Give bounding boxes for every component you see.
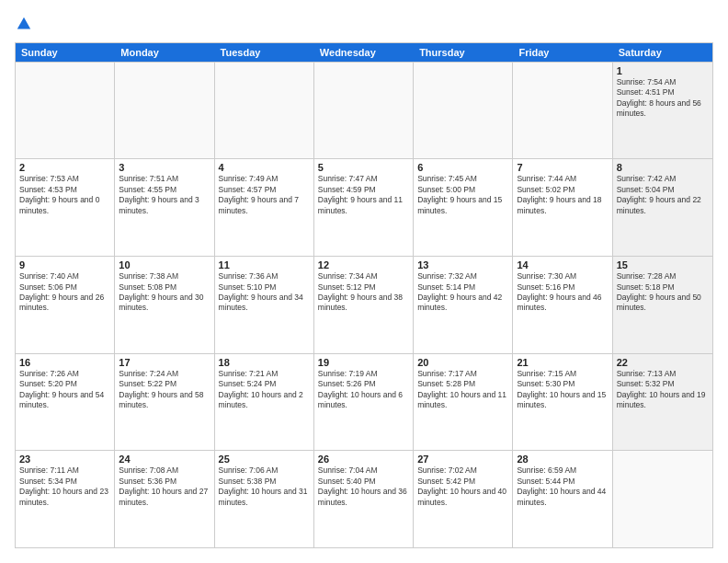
day-number: 24 bbox=[119, 454, 210, 465]
day-number: 28 bbox=[517, 454, 608, 465]
day-number: 21 bbox=[517, 357, 608, 368]
calendar-row-4: 23Sunrise: 7:11 AM Sunset: 5:34 PM Dayli… bbox=[16, 450, 712, 547]
calendar-cell-2-6: 15Sunrise: 7:28 AM Sunset: 5:18 PM Dayli… bbox=[613, 257, 712, 353]
calendar-cell-4-3: 26Sunrise: 7:04 AM Sunset: 5:40 PM Dayli… bbox=[314, 451, 414, 547]
day-number: 12 bbox=[318, 259, 409, 270]
calendar-cell-4-0: 23Sunrise: 7:11 AM Sunset: 5:34 PM Dayli… bbox=[16, 451, 115, 547]
header-cell-wednesday: Wednesday bbox=[314, 43, 414, 62]
calendar-row-1: 2Sunrise: 7:53 AM Sunset: 4:53 PM Daylig… bbox=[16, 158, 712, 256]
day-info: Sunrise: 7:26 AM Sunset: 5:20 PM Dayligh… bbox=[19, 369, 110, 411]
day-number: 3 bbox=[119, 162, 210, 173]
day-number: 16 bbox=[19, 357, 110, 368]
day-number: 10 bbox=[119, 259, 210, 270]
day-info: Sunrise: 7:13 AM Sunset: 5:32 PM Dayligh… bbox=[617, 369, 709, 411]
header-cell-thursday: Thursday bbox=[414, 43, 513, 62]
day-info: Sunrise: 7:44 AM Sunset: 5:02 PM Dayligh… bbox=[517, 174, 608, 216]
calendar-cell-2-2: 11Sunrise: 7:36 AM Sunset: 5:10 PM Dayli… bbox=[215, 257, 314, 353]
calendar-cell-0-3 bbox=[314, 63, 414, 159]
day-info: Sunrise: 7:51 AM Sunset: 4:55 PM Dayligh… bbox=[119, 174, 210, 216]
calendar-header: SundayMondayTuesdayWednesdayThursdayFrid… bbox=[16, 43, 712, 62]
day-info: Sunrise: 6:59 AM Sunset: 5:44 PM Dayligh… bbox=[517, 465, 608, 508]
day-info: Sunrise: 7:28 AM Sunset: 5:18 PM Dayligh… bbox=[617, 271, 709, 314]
header-cell-friday: Friday bbox=[513, 43, 612, 62]
day-info: Sunrise: 7:11 AM Sunset: 5:34 PM Dayligh… bbox=[19, 465, 110, 508]
header bbox=[15, 15, 713, 33]
calendar-cell-2-1: 10Sunrise: 7:38 AM Sunset: 5:08 PM Dayli… bbox=[115, 257, 214, 353]
calendar-cell-0-1 bbox=[115, 63, 214, 159]
calendar-cell-2-5: 14Sunrise: 7:30 AM Sunset: 5:16 PM Dayli… bbox=[513, 257, 612, 353]
day-info: Sunrise: 7:54 AM Sunset: 4:51 PM Dayligh… bbox=[617, 77, 709, 120]
calendar-cell-1-5: 7Sunrise: 7:44 AM Sunset: 5:02 PM Daylig… bbox=[513, 159, 612, 256]
calendar-cell-3-3: 19Sunrise: 7:19 AM Sunset: 5:26 PM Dayli… bbox=[314, 354, 414, 451]
svg-marker-0 bbox=[17, 17, 30, 29]
day-number: 22 bbox=[617, 357, 709, 368]
day-info: Sunrise: 7:45 AM Sunset: 5:00 PM Dayligh… bbox=[417, 174, 508, 216]
calendar-cell-4-2: 25Sunrise: 7:06 AM Sunset: 5:38 PM Dayli… bbox=[215, 451, 314, 547]
calendar-cell-0-4 bbox=[414, 63, 513, 159]
day-number: 27 bbox=[417, 454, 508, 465]
calendar-cell-1-0: 2Sunrise: 7:53 AM Sunset: 4:53 PM Daylig… bbox=[16, 159, 115, 256]
day-info: Sunrise: 7:02 AM Sunset: 5:42 PM Dayligh… bbox=[417, 465, 508, 508]
calendar-cell-1-4: 6Sunrise: 7:45 AM Sunset: 5:00 PM Daylig… bbox=[414, 159, 513, 256]
calendar-cell-3-4: 20Sunrise: 7:17 AM Sunset: 5:28 PM Dayli… bbox=[414, 354, 513, 451]
day-number: 1 bbox=[617, 65, 709, 76]
day-number: 13 bbox=[417, 259, 508, 270]
day-info: Sunrise: 7:38 AM Sunset: 5:08 PM Dayligh… bbox=[119, 271, 210, 314]
calendar-cell-4-1: 24Sunrise: 7:08 AM Sunset: 5:36 PM Dayli… bbox=[115, 451, 214, 547]
day-info: Sunrise: 7:17 AM Sunset: 5:28 PM Dayligh… bbox=[417, 369, 508, 411]
day-number: 4 bbox=[219, 162, 310, 173]
day-number: 18 bbox=[219, 357, 310, 368]
calendar-cell-0-2 bbox=[215, 63, 314, 159]
calendar-row-2: 9Sunrise: 7:40 AM Sunset: 5:06 PM Daylig… bbox=[16, 256, 712, 353]
day-info: Sunrise: 7:19 AM Sunset: 5:26 PM Dayligh… bbox=[318, 369, 409, 411]
header-cell-monday: Monday bbox=[115, 43, 214, 62]
day-number: 11 bbox=[219, 259, 310, 270]
calendar-cell-4-6 bbox=[613, 451, 712, 547]
calendar: SundayMondayTuesdayWednesdayThursdayFrid… bbox=[15, 42, 713, 548]
day-number: 26 bbox=[318, 454, 409, 465]
page: SundayMondayTuesdayWednesdayThursdayFrid… bbox=[0, 0, 728, 563]
day-number: 25 bbox=[219, 454, 310, 465]
header-cell-sunday: Sunday bbox=[16, 43, 115, 62]
day-info: Sunrise: 7:04 AM Sunset: 5:40 PM Dayligh… bbox=[318, 465, 409, 508]
day-info: Sunrise: 7:32 AM Sunset: 5:14 PM Dayligh… bbox=[417, 271, 508, 314]
calendar-cell-1-2: 4Sunrise: 7:49 AM Sunset: 4:57 PM Daylig… bbox=[215, 159, 314, 256]
day-number: 15 bbox=[617, 259, 709, 270]
calendar-cell-2-0: 9Sunrise: 7:40 AM Sunset: 5:06 PM Daylig… bbox=[16, 257, 115, 353]
header-cell-saturday: Saturday bbox=[613, 43, 712, 62]
calendar-cell-3-0: 16Sunrise: 7:26 AM Sunset: 5:20 PM Dayli… bbox=[16, 354, 115, 451]
day-number: 23 bbox=[19, 454, 110, 465]
day-number: 17 bbox=[119, 357, 210, 368]
day-info: Sunrise: 7:49 AM Sunset: 4:57 PM Dayligh… bbox=[219, 174, 310, 216]
day-number: 14 bbox=[517, 259, 608, 270]
calendar-row-3: 16Sunrise: 7:26 AM Sunset: 5:20 PM Dayli… bbox=[16, 353, 712, 451]
calendar-cell-2-4: 13Sunrise: 7:32 AM Sunset: 5:14 PM Dayli… bbox=[414, 257, 513, 353]
calendar-cell-3-1: 17Sunrise: 7:24 AM Sunset: 5:22 PM Dayli… bbox=[115, 354, 214, 451]
calendar-cell-3-6: 22Sunrise: 7:13 AM Sunset: 5:32 PM Dayli… bbox=[613, 354, 712, 451]
day-number: 20 bbox=[417, 357, 508, 368]
day-info: Sunrise: 7:06 AM Sunset: 5:38 PM Dayligh… bbox=[219, 465, 310, 508]
calendar-cell-1-3: 5Sunrise: 7:47 AM Sunset: 4:59 PM Daylig… bbox=[314, 159, 414, 256]
day-info: Sunrise: 7:21 AM Sunset: 5:24 PM Dayligh… bbox=[219, 369, 310, 411]
day-info: Sunrise: 7:08 AM Sunset: 5:36 PM Dayligh… bbox=[119, 465, 210, 508]
calendar-cell-3-5: 21Sunrise: 7:15 AM Sunset: 5:30 PM Dayli… bbox=[513, 354, 612, 451]
day-info: Sunrise: 7:47 AM Sunset: 4:59 PM Dayligh… bbox=[318, 174, 409, 216]
day-number: 6 bbox=[417, 162, 508, 173]
day-number: 19 bbox=[318, 357, 409, 368]
day-info: Sunrise: 7:24 AM Sunset: 5:22 PM Dayligh… bbox=[119, 369, 210, 411]
calendar-cell-4-4: 27Sunrise: 7:02 AM Sunset: 5:42 PM Dayli… bbox=[414, 451, 513, 547]
calendar-body: 1Sunrise: 7:54 AM Sunset: 4:51 PM Daylig… bbox=[16, 62, 712, 547]
calendar-cell-0-6: 1Sunrise: 7:54 AM Sunset: 4:51 PM Daylig… bbox=[613, 63, 712, 159]
day-number: 9 bbox=[19, 259, 110, 270]
calendar-cell-1-1: 3Sunrise: 7:51 AM Sunset: 4:55 PM Daylig… bbox=[115, 159, 214, 256]
calendar-row-0: 1Sunrise: 7:54 AM Sunset: 4:51 PM Daylig… bbox=[16, 62, 712, 159]
day-info: Sunrise: 7:40 AM Sunset: 5:06 PM Dayligh… bbox=[19, 271, 110, 314]
day-number: 2 bbox=[19, 162, 110, 173]
day-info: Sunrise: 7:36 AM Sunset: 5:10 PM Dayligh… bbox=[219, 271, 310, 314]
calendar-cell-3-2: 18Sunrise: 7:21 AM Sunset: 5:24 PM Dayli… bbox=[215, 354, 314, 451]
day-info: Sunrise: 7:34 AM Sunset: 5:12 PM Dayligh… bbox=[318, 271, 409, 314]
calendar-cell-0-0 bbox=[16, 63, 115, 159]
calendar-cell-1-6: 8Sunrise: 7:42 AM Sunset: 5:04 PM Daylig… bbox=[613, 159, 712, 256]
logo bbox=[15, 15, 33, 33]
logo-icon bbox=[16, 16, 32, 32]
